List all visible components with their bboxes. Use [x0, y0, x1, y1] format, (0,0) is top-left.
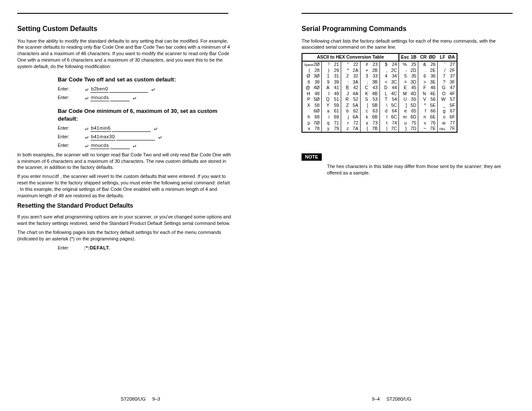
- hex-cell: ^5E: [418, 103, 438, 109]
- inline-code: defalt: [217, 180, 230, 185]
- hex-cell: _5F: [438, 103, 457, 109]
- hex-cell: n6E: [418, 114, 438, 120]
- hex-cell: w77: [438, 120, 457, 126]
- hex-cell: %25: [399, 61, 418, 68]
- hex-cell: Ø3Ø: [302, 73, 321, 79]
- cmd-text: mnucds: [90, 142, 109, 149]
- paragraph: If you enter mnucdf , the scanner will r…: [17, 173, 233, 199]
- hex-cell: F46: [418, 85, 438, 91]
- hex-cell: :3A: [341, 79, 360, 85]
- cmd-text: :*:DEFALT.: [84, 245, 110, 250]
- table-title: ASCII to HEX Conversion Table: [302, 53, 399, 61]
- paragraph: In both examples, the scanner will no lo…: [17, 152, 233, 171]
- hex-cell: u75: [399, 120, 418, 126]
- section-title: Setting Custom Defaults: [17, 24, 233, 34]
- footer-left: ST2080/UG 9–3: [121, 396, 160, 402]
- hex-cell: o6F: [438, 114, 457, 120]
- hex-cell: H48: [302, 91, 321, 97]
- hex-cell: v76: [418, 120, 438, 126]
- hex-cell: z7A: [341, 126, 360, 132]
- hex-cell: /2F: [438, 68, 457, 74]
- hex-cell: Q51: [321, 97, 341, 103]
- hex-cell: q71: [321, 120, 341, 126]
- cmd-text: b2ben0: [90, 86, 109, 93]
- hex-cell: $24: [380, 61, 399, 68]
- hex-cell: E45: [399, 85, 418, 91]
- hex-cell: W57: [438, 97, 457, 103]
- hex-cell: G47: [438, 85, 457, 91]
- hex-cell: '27: [438, 61, 457, 68]
- factory-command: Enter: :*:DEFALT.: [58, 245, 233, 251]
- cmd-text: b41min6: [90, 125, 111, 132]
- hex-cell: ;3B: [360, 79, 380, 85]
- enter-label: Enter:: [58, 86, 83, 92]
- hex-extra: Esc1B: [399, 53, 418, 61]
- paragraph: You have the ability to modify the stand…: [17, 38, 233, 70]
- hex-cell: ,2C: [380, 68, 399, 74]
- hex-cell: r72: [341, 120, 360, 126]
- hex-cell: l6C: [380, 114, 399, 120]
- hex-cell: I49: [321, 91, 341, 97]
- note-block: NOTE The hex characters in this table ma…: [302, 153, 517, 176]
- hex-cell: DEL7F: [438, 126, 457, 132]
- hex-cell: 434: [380, 73, 399, 79]
- hex-cell: T54: [380, 97, 399, 103]
- command-line: Enter: b41max30: [58, 134, 233, 140]
- hex-cell: "22: [341, 61, 360, 68]
- hex-cell: d64: [380, 108, 399, 114]
- hex-cell: j6A: [341, 114, 360, 120]
- hex-cell: +2B: [360, 68, 380, 74]
- hex-cell: U55: [399, 97, 418, 103]
- hex-cell: 131: [321, 73, 341, 79]
- hex-cell: \5C: [380, 103, 399, 109]
- hex-cell: >3E: [418, 79, 438, 85]
- enter-label: Enter:: [58, 245, 83, 251]
- foot-page: 9–4: [372, 396, 380, 402]
- hex-cell: *2A: [341, 68, 360, 74]
- subsection-title: Resetting the Standard Product Defaults: [17, 202, 233, 210]
- hex-cell: {7B: [360, 126, 380, 132]
- text: . In this example, the original settings…: [17, 187, 217, 198]
- hex-cell: m6D: [399, 114, 418, 120]
- hex-extra: LFØA: [438, 53, 457, 61]
- inline-code: mnucdf: [42, 174, 59, 179]
- hex-cell: Z5A: [341, 103, 360, 109]
- hex-extra: CRØD: [418, 53, 438, 61]
- enter-label: Enter:: [58, 143, 83, 149]
- hex-cell: !21: [321, 61, 341, 68]
- hex-cell: }7D: [399, 126, 418, 132]
- hex-cell: 838: [302, 79, 321, 85]
- hex-cell: J4A: [341, 91, 360, 97]
- hex-cell: .2E: [418, 68, 438, 74]
- hex-cell: ?3F: [438, 79, 457, 85]
- hex-cell: s73: [360, 120, 380, 126]
- hex-cell: N4E: [418, 91, 438, 97]
- paragraph: The chart on the following pages lists t…: [17, 229, 233, 242]
- note-text: The hex characters in this table may dif…: [327, 163, 517, 176]
- command-line: Enter: mnucds: [58, 142, 233, 149]
- hex-cell: p7Ø: [302, 120, 321, 126]
- enter-icon: [158, 134, 162, 140]
- enter-icon: [151, 87, 155, 93]
- hex-cell: e65: [399, 108, 418, 114]
- command-line: Enter: b41min6: [58, 125, 233, 132]
- hex-cell: #23: [360, 61, 380, 68]
- hex-cell: a61: [321, 108, 341, 114]
- hex-cell: ~7E: [418, 126, 438, 132]
- foot-book: ST2080/UG: [386, 396, 411, 402]
- hex-cell: `6Ø: [302, 108, 321, 114]
- hex-cell: f66: [418, 108, 438, 114]
- hex-cell: 737: [438, 73, 457, 79]
- hex-cell: 636: [418, 73, 438, 79]
- hex-cell: O4F: [438, 91, 457, 97]
- section-title: Serial Programming Commands: [302, 24, 517, 34]
- cmd-text: b41max30: [90, 134, 115, 140]
- hex-cell: [5B: [360, 103, 380, 109]
- hex-cell: |7C: [380, 126, 399, 132]
- enter-icon: [153, 126, 158, 132]
- hex-cell: (28: [302, 68, 321, 74]
- left-column: Setting Custom Defaults You have the abi…: [17, 13, 233, 253]
- enter-icon: [84, 126, 89, 132]
- divider: [17, 13, 228, 14]
- hex-cell: 232: [341, 73, 360, 79]
